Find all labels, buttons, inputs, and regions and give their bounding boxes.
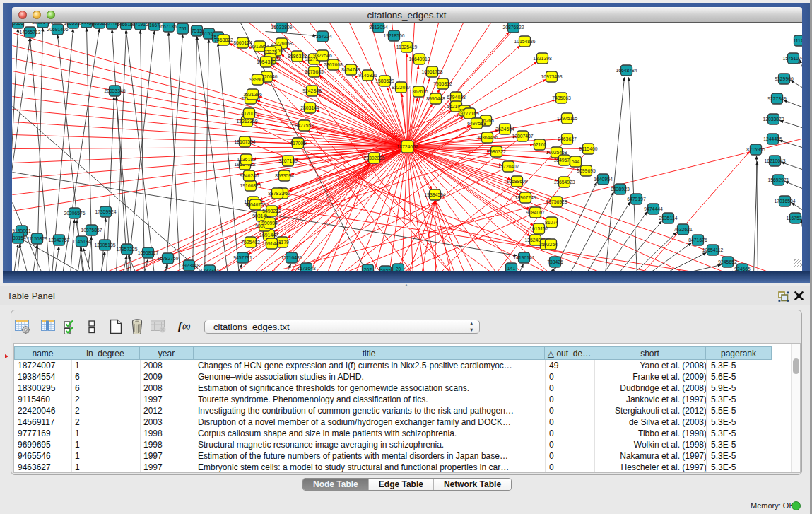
svg-text:8990448: 8990448	[426, 96, 445, 101]
svg-text:12942757: 12942757	[48, 238, 69, 243]
svg-text:8427552: 8427552	[295, 123, 314, 128]
svg-text:12213369: 12213369	[236, 119, 257, 124]
svg-text:81074: 81074	[545, 220, 558, 225]
svg-text:16671355: 16671355	[158, 24, 179, 29]
svg-text:17359924: 17359924	[95, 209, 116, 214]
svg-text:20876822: 20876822	[502, 25, 524, 30]
svg-text:1054338: 1054338	[257, 59, 276, 64]
svg-text:20091406: 20091406	[32, 23, 53, 25]
svg-text:8215955: 8215955	[746, 147, 765, 152]
svg-text:19384554: 19384554	[424, 192, 445, 197]
svg-text:9329966: 9329966	[775, 76, 794, 81]
svg-text:12975115: 12975115	[556, 116, 577, 121]
svg-text:8186328: 8186328	[288, 54, 307, 59]
svg-text:9245652: 9245652	[718, 259, 737, 264]
svg-text:1615157: 1615157	[529, 226, 548, 231]
svg-text:1244415: 1244415	[763, 136, 782, 141]
svg-text:9474444: 9474444	[644, 206, 663, 211]
svg-text:10975857: 10975857	[81, 228, 102, 233]
svg-text:3267130: 3267130	[278, 158, 298, 163]
svg-text:8660124: 8660124	[233, 40, 252, 45]
svg-text:19218506: 19218506	[383, 33, 404, 38]
svg-text:2803144: 2803144	[300, 105, 319, 110]
svg-text:7357224: 7357224	[313, 34, 332, 39]
svg-text:5498222: 5498222	[262, 209, 281, 214]
svg-text:1167533: 1167533	[786, 216, 801, 221]
svg-text:1221398: 1221398	[533, 56, 552, 61]
svg-text:1588520: 1588520	[375, 78, 394, 83]
svg-text:9777169: 9777169	[460, 111, 479, 116]
svg-text:9146821: 9146821	[358, 73, 377, 78]
svg-text:733426: 733426	[547, 259, 563, 264]
svg-text:16640910: 16640910	[408, 57, 430, 62]
svg-text:9327546: 9327546	[313, 53, 332, 58]
svg-text:8533594: 8533594	[275, 173, 294, 178]
svg-text:417006: 417006	[241, 111, 257, 116]
svg-text:9366: 9366	[12, 23, 23, 25]
svg-text:8878334: 8878334	[268, 191, 287, 196]
svg-text:10807487: 10807487	[512, 134, 533, 139]
svg-text:7986322: 7986322	[487, 149, 506, 154]
svg-text:3624554: 3624554	[495, 127, 514, 132]
svg-text:141: 141	[507, 266, 515, 271]
svg-text:9084067: 9084067	[526, 210, 545, 215]
svg-text:18724007: 18724007	[396, 144, 418, 149]
svg-text:1145194: 1145194	[72, 239, 90, 244]
svg-text:9115460: 9115460	[579, 146, 597, 151]
svg-text:12923448: 12923448	[178, 263, 199, 268]
svg-text:(x): (x)	[182, 322, 191, 331]
svg-text:939154: 939154	[12, 235, 26, 240]
svg-text:1362615: 1362615	[409, 89, 428, 94]
svg-text:1691445: 1691445	[262, 241, 281, 246]
svg-text:10958117: 10958117	[137, 250, 158, 255]
svg-text:3675685: 3675685	[305, 69, 324, 74]
svg-text:6497568: 6497568	[467, 121, 486, 126]
svg-text:1691447: 1691447	[259, 233, 278, 238]
svg-text:92254: 92254	[544, 242, 558, 247]
svg-text:18907249: 18907249	[514, 195, 536, 200]
svg-text:1065532: 1065532	[64, 23, 83, 25]
svg-text:2935114: 2935114	[659, 216, 677, 221]
svg-text:1571648: 1571648	[297, 266, 316, 271]
svg-text:1221396: 1221396	[243, 92, 262, 97]
svg-text:15716485: 15716485	[281, 255, 302, 260]
svg-text:19756928: 19756928	[546, 199, 567, 204]
svg-text:7955812: 7955812	[433, 81, 452, 86]
svg-text:1036182: 1036182	[237, 157, 256, 162]
svg-text:6794028: 6794028	[447, 95, 466, 100]
svg-text:19166825: 19166825	[240, 183, 261, 188]
svg-text:18107554: 18107554	[234, 139, 255, 144]
svg-text:11325419: 11325419	[396, 45, 417, 49]
svg-text:7632621: 7632621	[673, 227, 693, 232]
svg-text:62160: 62160	[533, 142, 546, 147]
svg-text:7463822: 7463822	[214, 37, 233, 42]
svg-text:23302085: 23302085	[363, 156, 384, 160]
svg-text:10973493: 10973493	[541, 74, 562, 79]
svg-text:7625402: 7625402	[241, 240, 260, 245]
svg-text:544: 544	[571, 159, 579, 164]
svg-text:2867608: 2867608	[324, 62, 343, 67]
svg-text:17016504: 17016504	[774, 199, 795, 204]
svg-text:10719155: 10719155	[129, 23, 151, 27]
svg-text:11171: 11171	[793, 38, 801, 43]
svg-text:8813054: 8813054	[369, 25, 388, 30]
svg-text:16210643: 16210643	[764, 158, 785, 163]
svg-text:9099695: 9099695	[577, 168, 596, 173]
svg-text:16046755: 16046755	[245, 202, 266, 207]
svg-text:9246240: 9246240	[240, 173, 259, 178]
svg-text:8322037: 8322037	[392, 85, 411, 90]
svg-text:989901: 989901	[249, 77, 266, 82]
svg-text:16648784: 16648784	[616, 68, 637, 73]
svg-text:20053346: 20053346	[104, 88, 125, 93]
svg-text:15751074: 15751074	[782, 56, 802, 61]
svg-text:20691406: 20691406	[47, 27, 68, 32]
svg-text:9457791: 9457791	[233, 255, 252, 260]
svg-text:10688609: 10688609	[506, 179, 527, 184]
svg-text:12033873: 12033873	[763, 117, 784, 122]
svg-text:11156829: 11156829	[26, 236, 47, 241]
svg-text:7485063: 7485063	[552, 95, 571, 100]
svg-text:8454749: 8454749	[341, 67, 360, 72]
svg-text:16782759: 16782759	[157, 256, 178, 261]
svg-text:10154836: 10154836	[514, 39, 535, 44]
svg-text:751: 751	[178, 26, 187, 31]
